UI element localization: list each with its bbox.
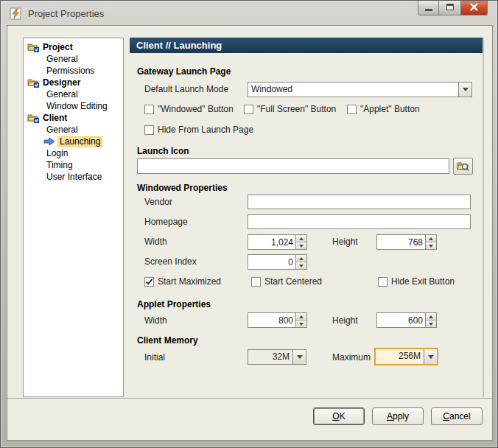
close-icon [470, 3, 478, 11]
spinner-up-icon[interactable] [296, 255, 306, 262]
browse-launch-icon-button[interactable] [453, 158, 473, 175]
sidebar-item-label: General [46, 89, 78, 99]
sidebar-item-client-general[interactable]: General [24, 124, 123, 136]
window-title: Project Properties [28, 8, 104, 19]
close-button[interactable] [460, 0, 488, 15]
windowed-height-spinner[interactable] [376, 234, 437, 250]
spinner-buttons [425, 235, 436, 249]
windowed-height-input[interactable] [377, 235, 425, 249]
chevron-down-icon[interactable] [424, 349, 437, 364]
maximum-memory-value: 256M [376, 349, 424, 364]
panel-header: Client // Launching [130, 38, 483, 53]
windowed-height-label: Height [332, 237, 358, 247]
full-screen-button-checkbox[interactable]: "Full Screen" Button [244, 104, 336, 114]
sidebar-item-designer[interactable]: Designer [24, 77, 123, 88]
sidebar-item-label: Client [43, 113, 67, 123]
spinner-up-icon[interactable] [426, 313, 436, 321]
checkbox-label: Start Maximized [158, 276, 221, 287]
windowed-width-spinner[interactable] [248, 234, 307, 250]
cancel-button[interactable]: Cancel [431, 407, 483, 425]
checkbox-label: "Windowed" Button [158, 104, 234, 114]
chevron-down-icon[interactable] [458, 83, 471, 97]
sidebar-item-label: Permissions [46, 66, 94, 76]
sidebar-item-window-editing[interactable]: Window Editing [24, 100, 123, 112]
windowed-width-input[interactable] [248, 235, 295, 249]
sidebar-item-client[interactable]: Client [24, 112, 123, 124]
spinner-buttons [295, 313, 306, 327]
hide-from-launch-page-checkbox[interactable]: Hide From Launch Page [144, 125, 253, 135]
homepage-label: Homepage [144, 217, 188, 227]
vendor-input[interactable] [248, 195, 471, 209]
homepage-input[interactable] [248, 214, 471, 229]
windowed-button-checkbox[interactable]: "Windowed" Button [144, 104, 234, 114]
applet-height-spinner[interactable] [376, 312, 437, 328]
checkbox-label: "Full Screen" Button [257, 104, 336, 114]
sidebar-item-label: General [46, 125, 78, 135]
sidebar-item-designer-general[interactable]: General [24, 88, 123, 100]
project-properties-window: Project Properties Project General Permi… [0, 0, 498, 448]
default-launch-mode-select[interactable]: Windowed [248, 82, 472, 97]
sidebar-item-user-interface[interactable]: User Interface [24, 171, 123, 183]
minimize-icon [425, 9, 432, 11]
applet-button-checkbox[interactable]: "Applet" Button [347, 104, 420, 114]
vendor-label: Vendor [144, 197, 172, 207]
checkbox-label: "Applet" Button [360, 104, 420, 114]
window-controls [418, 0, 488, 15]
windowed-properties-heading: Windowed Properties [137, 183, 228, 193]
applet-height-input[interactable] [377, 313, 425, 327]
initial-memory-select[interactable]: 32M [248, 349, 306, 365]
apply-button[interactable]: Apply [372, 407, 424, 425]
sidebar-item-timing[interactable]: Timing [24, 159, 123, 171]
minimize-button[interactable] [418, 0, 439, 15]
maximum-memory-label: Maximum [332, 353, 371, 363]
checkbox-icon [244, 105, 253, 114]
folder-icon [27, 77, 39, 88]
sidebar-item-launching[interactable]: Launching [24, 136, 123, 147]
gateway-launch-page-heading: Gateway Launch Page [137, 67, 231, 77]
launch-icon-input[interactable] [137, 158, 449, 174]
folder-icon [27, 113, 39, 123]
spinner-up-icon[interactable] [296, 235, 306, 242]
sidebar-item-label: General [46, 54, 78, 64]
spinner-down-icon[interactable] [296, 242, 306, 249]
sidebar-item-login[interactable]: Login [24, 147, 123, 159]
spinner-down-icon[interactable] [426, 242, 436, 249]
start-maximized-checkbox[interactable]: Start Maximized [144, 276, 221, 287]
settings-tree: Project General Permissions Designer Gen… [23, 38, 124, 397]
sidebar-item-project[interactable]: Project [24, 41, 123, 53]
client-memory-heading: Client Memory [137, 336, 198, 346]
sidebar-item-permissions[interactable]: Permissions [24, 65, 123, 77]
spinner-up-icon[interactable] [296, 313, 306, 321]
hide-exit-button-checkbox[interactable]: Hide Exit Button [378, 276, 455, 287]
spinner-down-icon[interactable] [296, 262, 306, 269]
screen-index-spinner[interactable] [248, 254, 307, 270]
ok-button[interactable]: OK [313, 407, 365, 425]
default-launch-mode-value: Windowed [248, 83, 458, 97]
sidebar-item-label: User Interface [46, 172, 102, 182]
applet-width-label: Width [144, 316, 167, 326]
maximize-button[interactable] [439, 0, 460, 15]
windowed-width-label: Width [144, 237, 167, 247]
checkbox-icon [251, 277, 261, 287]
initial-memory-value: 32M [248, 350, 292, 364]
applet-width-spinner[interactable] [248, 312, 307, 328]
initial-memory-label: Initial [144, 353, 165, 363]
sidebar-item-project-general[interactable]: General [24, 53, 123, 65]
maximum-memory-select[interactable]: 256M [374, 348, 438, 365]
spinner-down-icon[interactable] [296, 321, 306, 327]
launch-icon-heading: Launch Icon [137, 147, 189, 156]
screen-index-input[interactable] [248, 255, 295, 269]
app-icon [10, 7, 22, 20]
folder-search-icon [457, 161, 470, 172]
spinner-down-icon[interactable] [426, 321, 436, 327]
screen-index-label: Screen Index [144, 257, 197, 267]
checkbox-label: Hide Exit Button [391, 276, 455, 287]
checkbox-icon [144, 105, 154, 114]
spinner-up-icon[interactable] [426, 235, 436, 242]
sidebar-item-label: Login [46, 148, 68, 158]
checkbox-label: Start Centered [264, 276, 322, 287]
start-centered-checkbox[interactable]: Start Centered [251, 276, 322, 287]
chevron-down-icon[interactable] [292, 350, 306, 364]
spinner-buttons [295, 255, 306, 269]
applet-width-input[interactable] [248, 313, 295, 327]
